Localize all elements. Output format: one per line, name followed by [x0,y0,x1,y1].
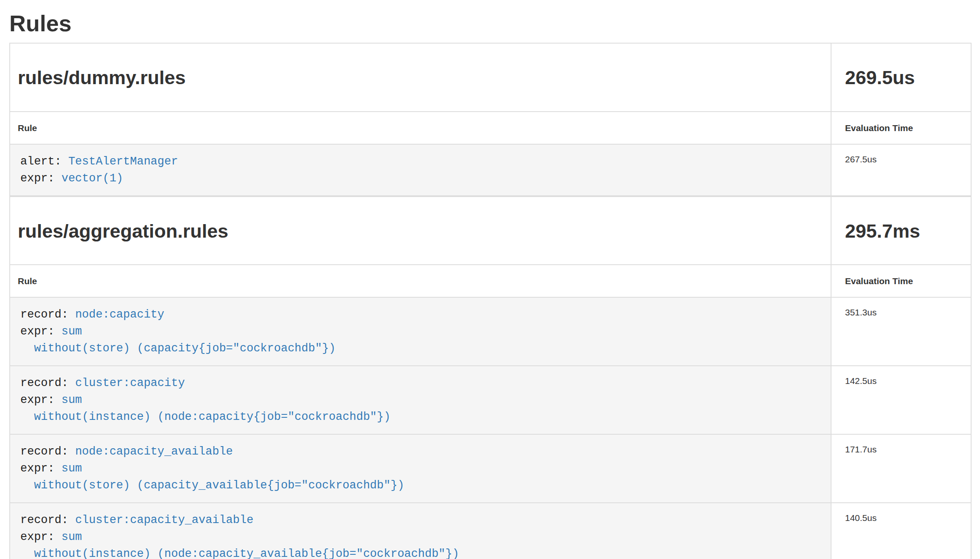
rule-code-line: without(store) (capacity_available{job="… [20,477,820,494]
rule-code: record: cluster:capacity_availableexpr: … [10,503,831,559]
column-header-evaluation-time: Evaluation Time [831,265,971,297]
rule-code-cell: record: cluster:capacityexpr: sum withou… [10,366,831,434]
group-header-row: rules/dummy.rules269.5us [10,43,971,112]
rule-group-table: rules/dummy.rules269.5usRuleEvaluation T… [9,43,972,196]
rule-link[interactable]: sum [61,325,82,338]
page-title: Rules [9,11,971,36]
rule-groups: rules/dummy.rules269.5usRuleEvaluation T… [9,43,971,559]
rule-group-table: rules/aggregation.rules295.7msRuleEvalua… [9,196,972,559]
rule-code-line: alert: TestAlertManager [20,153,820,170]
rule-code: record: node:capacity_availableexpr: sum… [10,435,831,502]
rule-code: record: cluster:capacityexpr: sum withou… [10,366,831,434]
code-label: expr: [20,394,61,406]
rule-code-line: expr: sum [20,392,820,408]
rule-link[interactable]: TestAlertManager [68,155,178,168]
evaluation-time-cell: 171.7us [831,434,971,503]
group-file-name: rules/dummy.rules [18,67,823,88]
rule-link[interactable]: without(store) (capacity_available{job="… [34,479,404,492]
evaluation-time-cell: 267.5us [831,144,971,196]
group-total-time-cell: 269.5us [831,43,971,112]
rule-row: record: node:capacity_availableexpr: sum… [10,434,971,503]
code-label: expr: [20,462,61,475]
column-header-evaluation-time: Evaluation Time [831,112,971,144]
column-header-rule: Rule [10,112,831,144]
code-label: alert: [20,155,68,168]
rule-link[interactable]: without(store) (capacity{job="cockroachd… [34,342,336,355]
rule-code-line: without(instance) (node:capacity{job="co… [20,408,820,425]
group-file-cell: rules/aggregation.rules [10,197,831,265]
rule-link[interactable]: sum [61,394,82,406]
rule-code-cell: alert: TestAlertManagerexpr: vector(1) [10,144,831,196]
rule-code-line: expr: sum [20,529,820,545]
group-file-name: rules/aggregation.rules [18,221,823,242]
rule-row: record: cluster:capacity_availableexpr: … [10,503,971,559]
evaluation-time-cell: 351.3us [831,297,971,366]
rule-code-line: without(instance) (node:capacity_availab… [20,545,820,559]
rules-page: Rules rules/dummy.rules269.5usRuleEvalua… [0,11,980,559]
evaluation-time-value: 140.5us [845,513,877,523]
rule-link[interactable]: node:capacity_available [75,445,233,458]
rule-row: record: node:capacityexpr: sum without(s… [10,297,971,366]
code-label: expr: [20,531,61,543]
code-label: expr: [20,172,61,185]
rule-code-line: record: node:capacity_available [20,443,820,460]
rule-link[interactable]: cluster:capacity [75,377,185,389]
rule-code-line: record: node:capacity [20,306,820,323]
rule-code-line: expr: vector(1) [20,170,820,187]
rule-code: record: node:capacityexpr: sum without(s… [10,298,831,365]
rule-code-line: expr: sum [20,460,820,477]
group-total-evaluation-time: 269.5us [845,67,963,88]
evaluation-time-cell: 142.5us [831,366,971,434]
rule-link[interactable]: sum [61,462,82,475]
group-header-row: rules/aggregation.rules295.7ms [10,197,971,265]
rule-code-line: record: cluster:capacity [20,375,820,392]
rule-link[interactable]: cluster:capacity_available [75,514,253,526]
code-label [20,479,34,492]
column-header-row: RuleEvaluation Time [10,265,971,297]
code-label: expr: [20,325,61,338]
rule-link[interactable]: without(instance) (node:capacity_availab… [34,548,459,559]
rule-code-line: expr: sum [20,323,820,340]
rule-link[interactable]: without(instance) (node:capacity{job="co… [34,411,391,423]
group-total-time-cell: 295.7ms [831,197,971,265]
evaluation-time-value: 171.7us [845,444,877,454]
code-label [20,342,34,355]
rule-row: record: cluster:capacityexpr: sum withou… [10,366,971,434]
code-label [20,548,34,559]
rule-code-cell: record: node:capacityexpr: sum without(s… [10,297,831,366]
code-label [20,411,34,423]
group-total-evaluation-time: 295.7ms [845,221,963,242]
rule-code-cell: record: node:capacity_availableexpr: sum… [10,434,831,503]
rule-code-line: record: cluster:capacity_available [20,512,820,529]
code-label: record: [20,514,75,526]
code-label: record: [20,445,75,458]
evaluation-time-value: 267.5us [845,154,877,164]
code-label: record: [20,377,75,389]
column-header-row: RuleEvaluation Time [10,112,971,144]
rule-link[interactable]: node:capacity [75,308,165,321]
column-header-rule: Rule [10,265,831,297]
code-label: record: [20,308,75,321]
evaluation-time-value: 351.3us [845,307,877,317]
evaluation-time-value: 142.5us [845,376,877,386]
rule-code: alert: TestAlertManagerexpr: vector(1) [10,145,831,195]
rule-link[interactable]: sum [61,531,82,543]
group-file-cell: rules/dummy.rules [10,43,831,112]
rule-code-line: without(store) (capacity{job="cockroachd… [20,340,820,357]
rule-link[interactable]: vector(1) [61,172,123,185]
rule-code-cell: record: cluster:capacity_availableexpr: … [10,503,831,559]
evaluation-time-cell: 140.5us [831,503,971,559]
rule-row: alert: TestAlertManagerexpr: vector(1)26… [10,144,971,196]
